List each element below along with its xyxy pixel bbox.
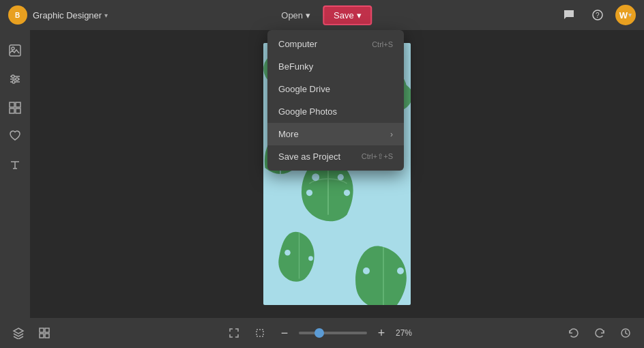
svg-rect-40 xyxy=(257,330,263,336)
dropdown-item-arrow: › xyxy=(390,130,393,139)
zoom-slider[interactable] xyxy=(299,332,367,334)
dropdown-item-label: More xyxy=(278,129,299,139)
topbar-center: Open ▾ Save ▾ xyxy=(272,5,372,25)
avatar[interactable]: W ▾ xyxy=(615,5,636,25)
avatar-chevron: ▾ xyxy=(628,12,632,18)
svg-point-28 xyxy=(306,190,312,196)
svg-point-10 xyxy=(16,78,18,81)
open-chevron: ▾ xyxy=(306,10,310,20)
svg-rect-36 xyxy=(40,328,44,332)
svg-point-34 xyxy=(284,250,291,256)
svg-text:B: B xyxy=(15,12,20,19)
save-button[interactable]: Save ▾ xyxy=(323,5,372,25)
dropdown-item-more[interactable]: More › xyxy=(267,123,404,145)
svg-rect-4 xyxy=(10,45,20,56)
dropdown-item-shortcut: Ctrl+S xyxy=(372,40,393,48)
svg-rect-15 xyxy=(16,108,20,113)
svg-point-26 xyxy=(312,173,319,181)
redo-button[interactable] xyxy=(589,323,610,343)
message-button[interactable] xyxy=(558,4,580,26)
svg-point-5 xyxy=(12,47,14,50)
save-chevron: ▾ xyxy=(357,10,362,20)
dropdown-item-google-drive[interactable]: Google Drive xyxy=(267,78,404,100)
layers-button[interactable] xyxy=(8,323,29,343)
brand-label[interactable]: Graphic Designer ▾ xyxy=(33,10,108,20)
svg-point-31 xyxy=(363,267,370,274)
svg-rect-12 xyxy=(10,102,14,107)
zoom-label: 27% xyxy=(396,328,420,338)
svg-rect-14 xyxy=(10,108,14,113)
svg-point-9 xyxy=(12,75,14,78)
dropdown-item-label: Google Drive xyxy=(278,84,330,94)
svg-rect-38 xyxy=(40,334,44,338)
svg-rect-37 xyxy=(45,328,49,332)
left-sidebar xyxy=(0,30,30,318)
fit-screen-button[interactable] xyxy=(224,323,244,343)
history-button[interactable] xyxy=(615,323,636,343)
avatar-initial: W xyxy=(619,10,628,20)
sidebar-favorites-icon[interactable] xyxy=(3,124,27,149)
dropdown-item-save-project[interactable]: Save as Project Ctrl+⇧+S xyxy=(267,145,404,168)
svg-point-35 xyxy=(308,256,313,261)
svg-point-32 xyxy=(397,267,404,274)
dropdown-item-computer[interactable]: Computer Ctrl+S xyxy=(267,33,404,55)
zoom-out-button[interactable]: − xyxy=(276,324,293,342)
dropdown-item-google-photos[interactable]: Google Photos xyxy=(267,100,404,123)
brand-text: Graphic Designer xyxy=(33,10,102,20)
save-dropdown-menu: Computer Ctrl+S BeFunky Google Drive Goo… xyxy=(267,30,404,171)
topbar: B Graphic Designer ▾ Open ▾ Save ▾ ? xyxy=(0,0,644,30)
svg-point-11 xyxy=(12,81,15,83)
dropdown-item-label: Google Photos xyxy=(278,106,337,117)
zoom-in-button[interactable]: + xyxy=(372,324,390,342)
grid-button[interactable] xyxy=(34,323,55,343)
crop-button[interactable] xyxy=(250,323,270,343)
dropdown-item-befunky[interactable]: BeFunky xyxy=(267,55,404,78)
brand-chevron: ▾ xyxy=(104,12,108,19)
svg-rect-39 xyxy=(45,334,49,338)
dropdown-item-label: Computer xyxy=(278,39,317,49)
app-logo: B xyxy=(8,5,27,25)
undo-button[interactable] xyxy=(564,323,584,343)
dropdown-item-shortcut: Ctrl+⇧+S xyxy=(362,152,393,161)
open-button[interactable]: Open ▾ xyxy=(272,5,320,25)
help-button[interactable]: ? xyxy=(587,4,609,26)
dropdown-item-label: Save as Project xyxy=(278,151,340,162)
bottombar: − + 27% xyxy=(0,318,644,348)
svg-text:?: ? xyxy=(596,12,600,19)
topbar-right: ? W ▾ xyxy=(558,4,636,26)
svg-rect-13 xyxy=(16,102,20,107)
svg-point-27 xyxy=(338,174,344,180)
bottombar-left xyxy=(8,323,55,343)
open-label: Open xyxy=(281,10,303,20)
sidebar-filters-icon[interactable] xyxy=(3,67,27,91)
bottombar-right xyxy=(564,323,636,343)
sidebar-elements-icon[interactable] xyxy=(3,96,27,120)
dropdown-item-label: BeFunky xyxy=(278,61,313,72)
bottombar-center: − + 27% xyxy=(224,323,420,343)
save-label: Save xyxy=(334,10,354,20)
sidebar-photos-icon[interactable] xyxy=(3,38,27,63)
sidebar-text-icon[interactable] xyxy=(3,153,27,177)
svg-point-29 xyxy=(344,190,350,196)
save-button-wrap: Save ▾ xyxy=(323,5,372,25)
